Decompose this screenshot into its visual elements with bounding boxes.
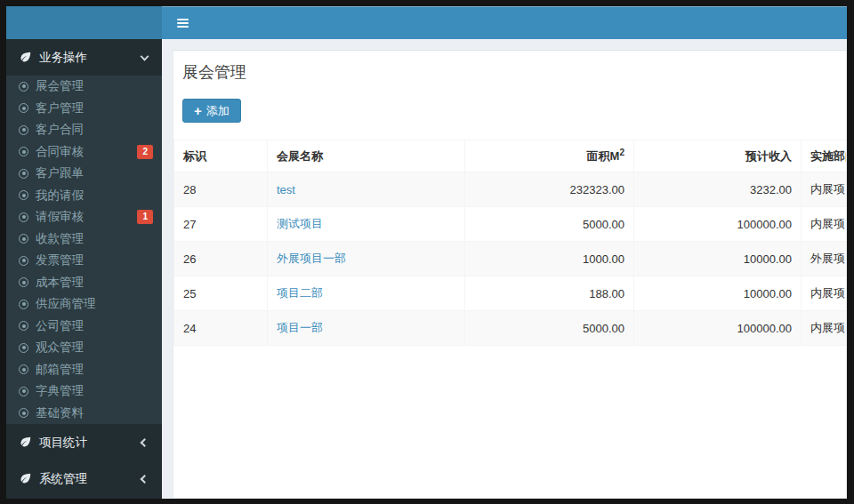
bullseye-icon <box>19 82 28 92</box>
sidebar-item-link[interactable]: 客户跟单 <box>6 163 162 185</box>
sidebar-item: 公司管理 <box>6 316 162 338</box>
add-button-label: 添加 <box>206 104 230 117</box>
sidebar-item-label: 客户跟单 <box>36 167 84 180</box>
exhibition-link[interactable]: 项目二部 <box>277 286 323 300</box>
cell-area: 5000.00 <box>465 311 634 346</box>
sidebar-item-link[interactable]: 收款管理 <box>6 228 162 251</box>
cell-dept: 内展项目 <box>802 311 848 346</box>
exhibition-table: 标识 会展名称 面积M2 预计收入 实施部门 28test232323.0032… <box>173 140 847 346</box>
table-row: 26外展项目一部1000.0010000.00外展项目 <box>174 242 848 276</box>
exhibition-link[interactable]: test <box>277 183 295 196</box>
sidebar-item-link[interactable]: 我的请假 <box>6 185 162 207</box>
add-button[interactable]: + 添加 <box>182 99 241 123</box>
plus-icon: + <box>194 105 202 116</box>
sidebar-section-system: 系统管理 <box>6 460 162 497</box>
bullseye-icon <box>19 300 28 309</box>
sidebar-item: 观众管理 <box>6 337 162 359</box>
sidebar-item-link[interactable]: 观众管理 <box>6 337 162 359</box>
notification-badge: 1 <box>137 210 153 224</box>
sidebar-item-link[interactable]: 供应商管理 <box>6 293 162 316</box>
sidebar-section-project-stats-header[interactable]: 项目统计 <box>6 424 162 460</box>
col-id: 标识 <box>174 140 268 172</box>
cell-income: 100000.00 <box>634 207 802 242</box>
bullseye-icon <box>19 321 28 331</box>
cell-area: 5000.00 <box>465 207 634 242</box>
cell-id: 26 <box>174 242 268 276</box>
notification-badge: 2 <box>137 145 153 159</box>
sidebar-item-label: 收款管理 <box>36 233 84 246</box>
cell-name: 项目二部 <box>268 276 465 311</box>
bullseye-icon <box>19 408 28 418</box>
treeview-submenu: 展会管理客户管理客户合同合同审核2客户跟单我的请假请假审核1收款管理发票管理成本… <box>6 76 162 424</box>
bullseye-icon <box>19 212 28 222</box>
sidebar-item-link[interactable]: 请假审核1 <box>6 206 162 228</box>
sidebar-section-business-header[interactable]: 业务操作 <box>6 39 162 76</box>
sidebar-item-label: 请假审核 <box>36 211 84 224</box>
sidebar-item: 成本管理 <box>6 272 162 294</box>
cell-dept: 内展项目 <box>802 207 848 242</box>
sidebar-section-label: 系统管理 <box>39 471 87 486</box>
col-area: 面积M2 <box>465 140 634 172</box>
cell-income: 10000.00 <box>634 242 802 276</box>
sidebar-item: 我的请假 <box>6 185 162 207</box>
sidebar-section-project-stats: 项目统计 <box>6 424 162 460</box>
exhibition-link[interactable]: 测试项目 <box>277 217 323 230</box>
top-navbar <box>6 6 847 39</box>
cell-name: 测试项目 <box>268 207 465 242</box>
sidebar-item-link[interactable]: 客户管理 <box>6 98 162 120</box>
sidebar-item-label: 客户合同 <box>36 124 84 137</box>
sidebar-item-link[interactable]: 公司管理 <box>6 316 162 338</box>
sidebar-item-link[interactable]: 客户合同 <box>6 119 162 141</box>
bullseye-icon <box>19 364 28 374</box>
col-area-label: 面积M <box>587 149 620 163</box>
exhibition-link[interactable]: 外展项目一部 <box>277 252 346 265</box>
table-body: 28test232323.003232.00内展项目27测试项目5000.001… <box>174 172 848 346</box>
desktop-background: { "colors": { "accent": "#3c8dbc", "logo… <box>0 0 854 504</box>
chevron-down-icon <box>141 52 149 60</box>
sidebar-item: 基础资料 <box>6 403 162 425</box>
sidebar-item-label: 展会管理 <box>36 80 84 93</box>
cell-dept: 外展项目 <box>802 242 848 276</box>
cell-name: test <box>268 172 465 207</box>
cell-area: 232323.00 <box>465 172 634 207</box>
sidebar-item: 发票管理 <box>6 250 162 272</box>
sidebar-item-link[interactable]: 基础资料 <box>6 403 162 425</box>
sidebar-item-label: 字典管理 <box>36 385 84 398</box>
sidebar-item-link[interactable]: 发票管理 <box>6 250 162 272</box>
exhibition-link[interactable]: 项目一部 <box>277 321 323 334</box>
cell-income: 3232.00 <box>634 172 802 207</box>
cell-income: 10000.00 <box>634 276 802 311</box>
app-window: 业务操作 展会管理客户管理客户合同合同审核2客户跟单我的请假请假审核1收款管理发… <box>6 6 847 499</box>
sidebar-item: 邮箱管理 <box>6 359 162 381</box>
sidebar-item: 收款管理 <box>6 228 162 251</box>
hamburger-icon <box>177 22 189 24</box>
bullseye-icon <box>19 387 28 396</box>
sidebar-item-link[interactable]: 合同审核2 <box>6 141 162 164</box>
sidebar-item-label: 合同审核 <box>36 146 84 159</box>
bullseye-icon <box>19 147 28 156</box>
table-row: 24项目一部5000.00100000.00内展项目 <box>174 311 848 346</box>
cell-income: 100000.00 <box>634 311 802 346</box>
sidebar-item-label: 发票管理 <box>36 254 84 268</box>
bullseye-icon <box>19 103 28 113</box>
table-row: 25项目二部188.0010000.00内展项目 <box>174 276 848 311</box>
cell-dept: 内展项目 <box>802 172 848 207</box>
sidebar-item-link[interactable]: 字典管理 <box>6 380 162 403</box>
sidebar-section-system-header[interactable]: 系统管理 <box>6 460 162 497</box>
sidebar-item-link[interactable]: 展会管理 <box>6 76 162 98</box>
leaf-icon <box>20 52 31 63</box>
sidebar-item-link[interactable]: 成本管理 <box>6 272 162 294</box>
bullseye-icon <box>19 343 28 353</box>
sidebar-item: 展会管理 <box>6 76 162 98</box>
cell-id: 25 <box>174 276 268 311</box>
sidebar-toggle-button[interactable] <box>162 7 204 39</box>
sidebar-item-label: 我的请假 <box>36 189 84 203</box>
navbar <box>162 6 847 39</box>
page-title: 展会管理 <box>182 62 837 82</box>
col-income: 预计收入 <box>634 140 802 172</box>
col-name: 会展名称 <box>268 140 465 172</box>
sidebar-item-link[interactable]: 邮箱管理 <box>6 359 162 381</box>
col-dept: 实施部门 <box>802 140 848 172</box>
sidebar-item: 合同审核2 <box>6 141 162 164</box>
table-header-row: 标识 会展名称 面积M2 预计收入 实施部门 <box>174 140 848 172</box>
